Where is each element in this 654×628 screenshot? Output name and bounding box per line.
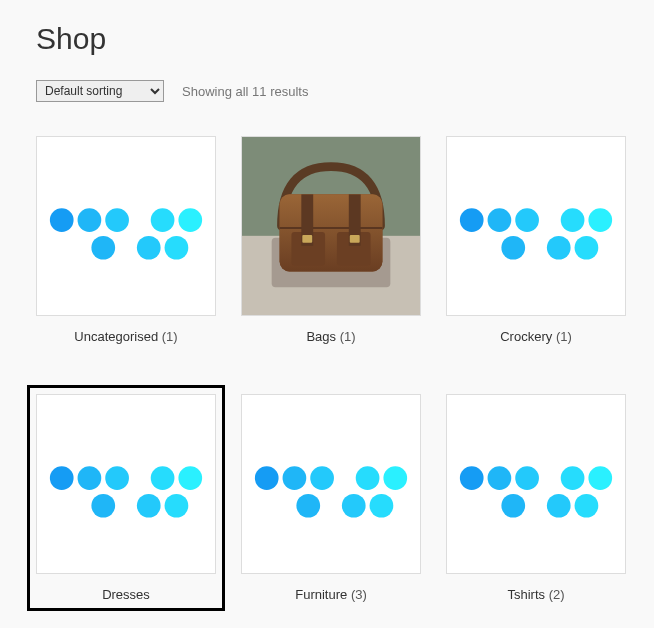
- category-label: Bags (1): [306, 329, 355, 344]
- placeholder-icon: [446, 394, 626, 574]
- category-count: (2): [549, 587, 565, 602]
- placeholder-icon: [36, 136, 216, 316]
- svg-point-0: [50, 208, 74, 232]
- svg-point-6: [137, 236, 161, 260]
- svg-point-21: [515, 208, 539, 232]
- svg-point-37: [310, 466, 334, 490]
- svg-point-50: [575, 494, 599, 518]
- svg-point-26: [575, 236, 599, 260]
- svg-rect-17: [302, 235, 312, 243]
- category-label: Furniture (3): [295, 587, 367, 602]
- category-label: Dresses: [102, 587, 150, 602]
- category-name: Dresses: [102, 587, 150, 602]
- svg-point-2: [105, 208, 129, 232]
- svg-point-42: [370, 494, 394, 518]
- placeholder-icon: [241, 394, 421, 574]
- svg-point-20: [488, 208, 512, 232]
- category-name: Bags: [306, 329, 336, 344]
- svg-point-43: [460, 466, 484, 490]
- svg-point-25: [547, 236, 571, 260]
- svg-point-34: [165, 494, 189, 518]
- category-card[interactable]: Tshirts (2): [446, 394, 626, 602]
- category-name: Tshirts: [507, 587, 545, 602]
- svg-point-46: [561, 466, 585, 490]
- placeholder-icon: [36, 394, 216, 574]
- category-label: Uncategorised (1): [74, 329, 177, 344]
- category-image: [241, 136, 421, 316]
- category-card[interactable]: Dresses: [36, 394, 216, 602]
- category-count: (3): [351, 587, 367, 602]
- placeholder-icon: [446, 136, 626, 316]
- svg-point-39: [383, 466, 407, 490]
- svg-point-40: [296, 494, 320, 518]
- category-card[interactable]: Crockery (1): [446, 136, 626, 344]
- svg-point-44: [488, 466, 512, 490]
- svg-point-3: [151, 208, 175, 232]
- svg-point-49: [547, 494, 571, 518]
- svg-point-29: [105, 466, 129, 490]
- svg-point-1: [78, 208, 102, 232]
- category-name: Crockery: [500, 329, 552, 344]
- svg-point-38: [356, 466, 380, 490]
- category-name: Uncategorised: [74, 329, 158, 344]
- svg-point-45: [515, 466, 539, 490]
- category-count: (1): [162, 329, 178, 344]
- controls-row: Default sorting Showing all 11 results: [36, 80, 618, 102]
- svg-point-24: [501, 236, 525, 260]
- svg-point-30: [151, 466, 175, 490]
- category-card[interactable]: Furniture (3): [241, 394, 421, 602]
- svg-point-36: [283, 466, 307, 490]
- svg-point-5: [91, 236, 115, 260]
- category-count: (1): [556, 329, 572, 344]
- category-label: Crockery (1): [500, 329, 572, 344]
- sort-select[interactable]: Default sorting: [36, 80, 164, 102]
- svg-point-31: [178, 466, 202, 490]
- svg-point-19: [460, 208, 484, 232]
- category-label: Tshirts (2): [507, 587, 564, 602]
- svg-rect-18: [350, 235, 360, 243]
- category-card[interactable]: Uncategorised (1): [36, 136, 216, 344]
- category-grid: Uncategorised (1) Bags (1) Crockery (1): [36, 136, 618, 602]
- svg-point-7: [165, 236, 189, 260]
- category-count: (1): [340, 329, 356, 344]
- svg-point-32: [91, 494, 115, 518]
- svg-point-27: [50, 466, 74, 490]
- svg-point-48: [501, 494, 525, 518]
- category-card[interactable]: Bags (1): [241, 136, 421, 344]
- svg-point-41: [342, 494, 366, 518]
- svg-point-47: [588, 466, 612, 490]
- svg-point-28: [78, 466, 102, 490]
- svg-point-4: [178, 208, 202, 232]
- svg-point-23: [588, 208, 612, 232]
- svg-point-33: [137, 494, 161, 518]
- page-title: Shop: [36, 22, 618, 56]
- category-name: Furniture: [295, 587, 347, 602]
- svg-point-35: [255, 466, 279, 490]
- svg-point-22: [561, 208, 585, 232]
- results-count: Showing all 11 results: [182, 84, 308, 99]
